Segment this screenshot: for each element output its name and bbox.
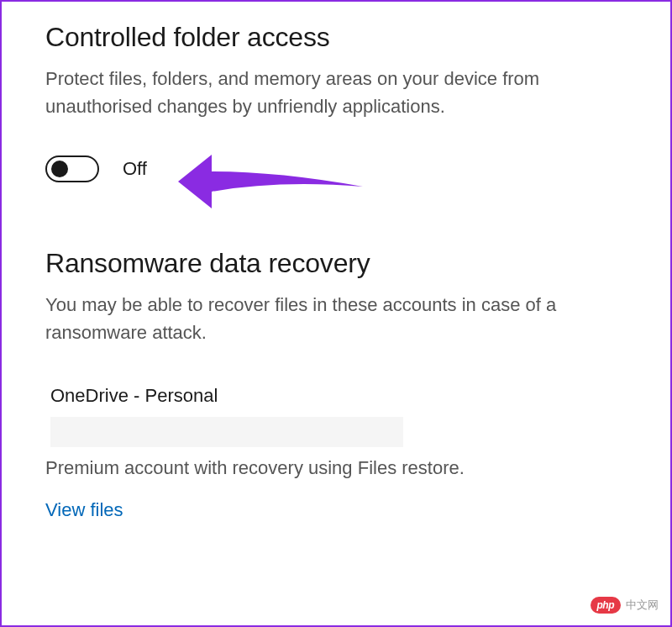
toggle-knob [51,161,68,177]
account-detail: Premium account with recovery using File… [45,457,627,479]
controlled-folder-description: Protect files, folders, and memory areas… [45,65,627,120]
ransomware-recovery-heading: Ransomware data recovery [45,248,627,279]
controlled-folder-toggle[interactable] [45,155,99,182]
account-email-redacted [50,417,403,447]
ransomware-recovery-description: You may be able to recover files in thes… [45,291,627,346]
toggle-state-label: Off [123,158,147,180]
view-files-link[interactable]: View files [45,499,627,521]
account-name: OneDrive - Personal [50,385,627,407]
controlled-folder-heading: Controlled folder access [45,22,627,53]
toggle-container: Off [45,155,627,182]
watermark: php 中文网 [591,597,659,614]
watermark-badge: php [591,597,622,614]
watermark-text: 中文网 [626,598,659,613]
